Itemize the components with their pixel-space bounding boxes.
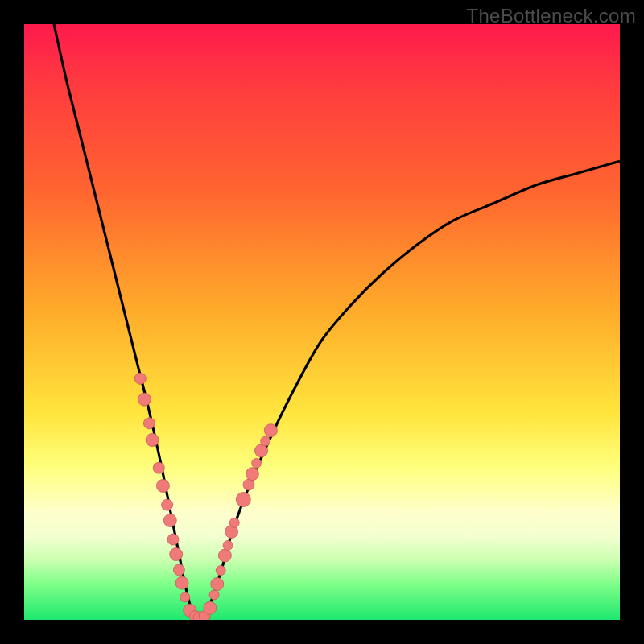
plot-area [24,24,620,620]
data-marker [218,549,231,562]
data-marker [180,592,190,602]
data-marker [134,373,146,384]
data-markers [134,373,277,620]
data-marker [146,434,159,447]
data-marker [264,424,277,437]
data-marker [162,499,173,510]
data-marker [252,458,262,468]
data-marker [209,590,219,600]
chart-svg [24,24,620,620]
data-marker [143,418,155,429]
data-marker [246,468,258,481]
data-marker [163,514,176,526]
data-marker [138,393,151,406]
data-marker [229,518,239,527]
data-marker [153,462,164,473]
data-marker [261,436,270,446]
data-marker [236,493,250,507]
data-marker [211,578,224,591]
chart-frame: TheBottleneck.com [0,0,644,644]
data-marker [175,576,188,589]
data-marker [204,601,217,614]
bottleneck-curve [54,24,620,620]
data-marker [243,479,254,490]
data-marker [223,541,233,551]
data-marker [167,534,179,545]
data-marker [216,566,225,576]
data-marker [156,480,169,493]
data-marker [170,548,183,561]
data-marker [173,564,184,576]
